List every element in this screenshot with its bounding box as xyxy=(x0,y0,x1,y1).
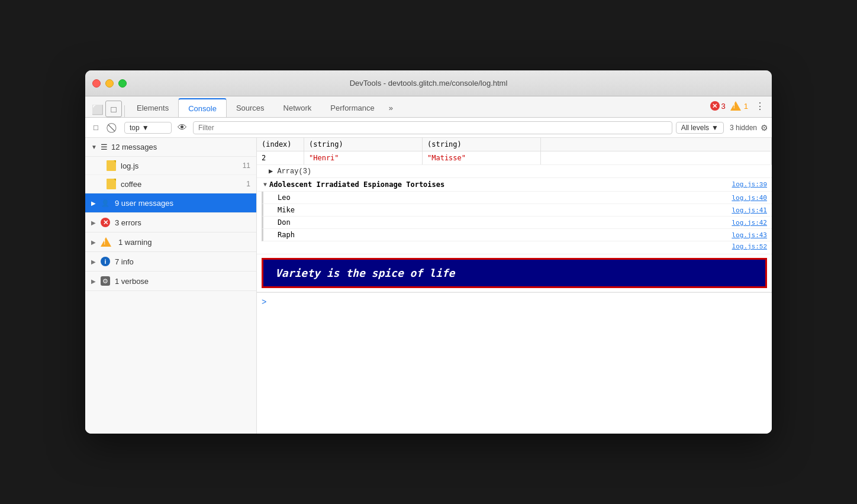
tab-right-actions: ✕ 3 1 ⋮ xyxy=(710,96,767,117)
close-button[interactable] xyxy=(92,79,101,88)
table-cell-col2: "Matisse" xyxy=(423,151,541,164)
table-col-1: (string) xyxy=(423,138,541,151)
sidebar-item-user-messages[interactable]: ▶ 👤 9 user messages xyxy=(85,193,256,213)
table-col-empty xyxy=(541,138,772,151)
no-entry-button[interactable]: ⃠ xyxy=(107,121,121,135)
expand-arrow-icon: ▼ xyxy=(263,182,267,188)
filter-input[interactable] xyxy=(193,121,672,134)
array-expand-row[interactable]: ▶ Array(3) xyxy=(257,165,772,178)
tab-console[interactable]: Console xyxy=(178,98,227,117)
console-output: (index) (string) (string) 2 "Henri" "Mat… xyxy=(257,138,772,434)
group-item-mike: Mike log.js:41 xyxy=(262,204,772,217)
inspect-icon[interactable]: □ xyxy=(105,101,122,117)
table-cell-empty xyxy=(541,151,772,164)
table-col-index: (index) xyxy=(257,138,304,151)
more-tabs-button[interactable]: » xyxy=(384,98,398,117)
chevron-right-icon: ▶ xyxy=(91,219,96,226)
error-icon: ✕ xyxy=(710,101,720,111)
level-selector[interactable]: All levels ▼ xyxy=(676,122,724,134)
source-link[interactable]: log.js:40 xyxy=(722,194,767,202)
hidden-count: 3 hidden xyxy=(730,124,757,132)
source-link[interactable]: log.js:41 xyxy=(722,206,767,214)
table-cell-col1: "Henri" xyxy=(304,151,423,164)
tab-network[interactable]: Network xyxy=(274,98,321,117)
table-cell-index: 2 xyxy=(257,151,304,164)
title-bar: DevTools - devtools.glitch.me/console/lo… xyxy=(85,70,772,96)
sidebar-file-logjs[interactable]: log.js 11 xyxy=(85,157,256,175)
table-header: (index) (string) (string) xyxy=(257,138,772,151)
variety-banner-row: Variety is the spice of life xyxy=(257,254,772,292)
input-prompt: > xyxy=(262,298,266,307)
variety-banner: Variety is the spice of life xyxy=(262,258,767,288)
traffic-lights xyxy=(92,79,127,88)
group-item-raph: Raph log.js:43 xyxy=(262,229,772,241)
devtools-menu-button[interactable]: ⋮ xyxy=(753,101,767,112)
variety-text: Variety is the spice of life xyxy=(275,267,455,279)
main-content: ▼ ☰ 12 messages log.js 11 coffee 1 ▶ 👤 9… xyxy=(85,138,772,434)
sidebar: ▼ ☰ 12 messages log.js 11 coffee 1 ▶ 👤 9… xyxy=(85,138,257,434)
chevron-down-icon: ▼ xyxy=(91,144,97,150)
group-header-row[interactable]: ▼ Adolescent Irradiated Espionage Tortoi… xyxy=(257,178,772,192)
warning-icon xyxy=(101,237,111,247)
sidebar-messages-header[interactable]: ▼ ☰ 12 messages xyxy=(85,138,256,157)
sidebar-item-info[interactable]: ▶ i 7 info xyxy=(85,252,256,272)
source-link[interactable]: log.js:42 xyxy=(722,219,767,227)
file-icon xyxy=(107,179,116,189)
tabs-bar: ⬜ □ Elements Console Sources Network Per… xyxy=(85,96,772,118)
minimize-button[interactable] xyxy=(105,79,114,88)
context-selector[interactable]: top ▼ xyxy=(124,122,172,134)
verbose-icon: ⚙ xyxy=(101,276,110,286)
cursor-icon[interactable]: ⬜ xyxy=(90,102,105,117)
warning-icon xyxy=(730,101,741,111)
source-link[interactable]: log.js:39 xyxy=(723,181,767,188)
group-item-leo: Leo log.js:40 xyxy=(262,192,772,204)
console-settings-button[interactable]: ⚙ xyxy=(761,123,768,133)
tab-sources[interactable]: Sources xyxy=(227,98,274,117)
separator xyxy=(124,105,125,117)
error-count-badge[interactable]: ✕ 3 xyxy=(710,101,726,111)
clear-console-button[interactable]: □ xyxy=(89,121,103,135)
sidebar-item-verbose[interactable]: ▶ ⚙ 1 verbose xyxy=(85,272,256,291)
empty-row: log.js:52 xyxy=(257,241,772,254)
maximize-button[interactable] xyxy=(118,79,127,88)
error-icon: ✕ xyxy=(101,218,110,227)
source-link[interactable]: log.js:52 xyxy=(723,243,767,250)
table-row: 2 "Henri" "Matisse" xyxy=(257,151,772,165)
sidebar-item-errors[interactable]: ▶ ✕ 3 errors xyxy=(85,213,256,232)
user-icon: 👤 xyxy=(101,198,110,208)
devtools-window: DevTools - devtools.glitch.me/console/lo… xyxy=(85,70,772,434)
window-title: DevTools - devtools.glitch.me/console/lo… xyxy=(350,79,508,88)
chevron-right-icon: ▶ xyxy=(91,259,96,265)
chevron-right-icon: ▶ xyxy=(91,200,96,206)
sidebar-file-coffee[interactable]: coffee 1 xyxy=(85,175,256,193)
console-input-row: > xyxy=(257,292,772,311)
console-filter-bar: □ ⃠ top ▼ 👁 All levels ▼ 3 hidden ⚙ xyxy=(85,118,772,138)
chevron-right-icon: ▶ xyxy=(91,278,96,285)
warning-count-badge[interactable]: 1 xyxy=(730,101,748,111)
source-link[interactable]: log.js:43 xyxy=(722,231,767,239)
chevron-right-icon: ▶ xyxy=(91,239,96,245)
eye-button[interactable]: 👁 xyxy=(175,121,189,135)
table-col-0: (string) xyxy=(304,138,423,151)
tab-elements[interactable]: Elements xyxy=(127,98,178,117)
group-item-don: Don log.js:42 xyxy=(262,217,772,229)
info-icon: i xyxy=(101,257,110,266)
tab-performance[interactable]: Performance xyxy=(321,98,384,117)
sidebar-item-warnings[interactable]: ▶ 1 warning xyxy=(85,232,256,252)
file-icon xyxy=(107,160,116,171)
